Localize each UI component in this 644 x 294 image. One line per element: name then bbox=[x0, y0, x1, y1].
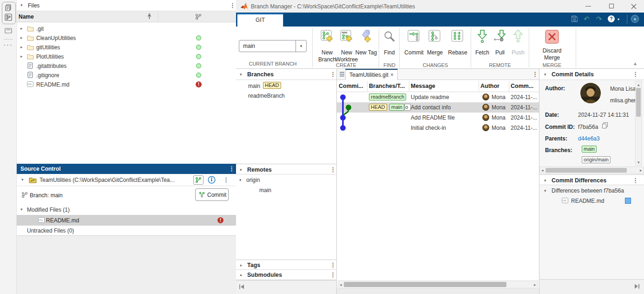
col-author[interactable]: Author bbox=[480, 83, 499, 89]
combo-arrow-button[interactable]: ▾ bbox=[296, 40, 306, 52]
modified-files-group[interactable]: ▾ Modified Files (1) bbox=[17, 205, 236, 215]
tab-list-icon[interactable] bbox=[339, 72, 345, 78]
files-column-header[interactable]: Name bbox=[17, 11, 236, 22]
branch-badge[interactable]: readmeBranch bbox=[369, 94, 406, 100]
col-commit[interactable]: Commi... bbox=[339, 83, 363, 89]
remote-branch-item-main[interactable]: main bbox=[236, 186, 336, 195]
new-tag-button[interactable]: New Tag bbox=[355, 29, 377, 67]
pull-button[interactable]: Pull bbox=[491, 29, 509, 67]
details-hscrollbar[interactable]: ◂ ▸ bbox=[539, 167, 644, 174]
branch-badge[interactable]: main bbox=[582, 146, 597, 153]
untracked-files-group[interactable]: Untracked Files (0) bbox=[17, 226, 236, 236]
current-branch-value[interactable]: main bbox=[243, 43, 255, 49]
close-button[interactable] bbox=[624, 0, 644, 13]
tab-close-icon[interactable]: × bbox=[390, 72, 394, 78]
branches-panel-header[interactable]: ▾ Branches ⋮ bbox=[236, 69, 336, 80]
scroll-down-icon[interactable]: ▾ bbox=[637, 160, 640, 165]
history-menu-icon[interactable]: ⋮ bbox=[532, 71, 538, 77]
branch-badge[interactable]: main bbox=[389, 104, 404, 111]
fetch-button[interactable]: Fetch bbox=[472, 29, 493, 67]
branches-collapse-caret[interactable]: ▾ bbox=[240, 73, 242, 77]
commit-differences-header[interactable]: ▾ Commit Differences ⋮ bbox=[539, 174, 644, 185]
remotes-collapse-caret[interactable]: ▾ bbox=[240, 168, 242, 172]
file-row[interactable]: ▸ CleanUpUtilities bbox=[17, 33, 236, 43]
merge-button[interactable]: Merge bbox=[424, 29, 446, 67]
expand-caret-icon[interactable]: ▸ bbox=[20, 45, 23, 49]
branches-menu-icon[interactable]: ⋮ bbox=[330, 71, 336, 77]
group-collapse-caret[interactable]: ▾ bbox=[20, 207, 23, 212]
modified-file-row[interactable]: README.md ! bbox=[17, 215, 236, 226]
minimize-button[interactable] bbox=[579, 0, 598, 13]
file-row[interactable]: .gitattributes bbox=[17, 61, 236, 71]
repo-collapse-caret[interactable]: ▾ bbox=[21, 178, 24, 182]
files-collapse-caret[interactable]: ▾ bbox=[20, 3, 23, 7]
maximize-button[interactable] bbox=[602, 0, 621, 13]
more-activity-icon[interactable]: • • • bbox=[4, 43, 12, 47]
differences-menu-icon[interactable]: ⋮ bbox=[632, 177, 638, 183]
file-row[interactable]: ▸ PlotUtilities bbox=[17, 52, 236, 61]
history-table-header[interactable]: Commi... Branches/T... Message Author Co… bbox=[337, 80, 539, 92]
source-control-menu-icon[interactable]: ⋮ bbox=[229, 166, 235, 172]
tags-panel-header[interactable]: ▸ Tags ⋮ bbox=[236, 260, 336, 270]
source-control-activity-icon[interactable] bbox=[4, 13, 13, 23]
find-button[interactable]: Find bbox=[380, 29, 399, 67]
files-name-column[interactable]: Name bbox=[19, 13, 34, 20]
details-collapse-caret[interactable]: ▾ bbox=[544, 73, 546, 77]
sort-ascending-icon[interactable] bbox=[147, 13, 152, 21]
file-row[interactable]: ▸ gitUtilities bbox=[17, 43, 236, 52]
parent-commit-link[interactable]: d44e6a3 bbox=[578, 135, 600, 142]
scroll-left-icon[interactable]: ◂ bbox=[340, 283, 342, 287]
scroll-thumb[interactable] bbox=[636, 88, 641, 117]
scroll-right-icon[interactable]: ▸ bbox=[534, 283, 536, 287]
file-row-readme[interactable]: README.md ! bbox=[17, 80, 236, 89]
commit-details-header[interactable]: ▾ Commit Details ⋮ bbox=[539, 69, 644, 80]
remote-badge-clipped[interactable]: o bbox=[404, 104, 411, 111]
help-dropdown-caret-icon[interactable]: ▾ bbox=[618, 17, 619, 21]
head-badge[interactable]: HEAD bbox=[369, 104, 387, 111]
git-status-column-icon[interactable] bbox=[195, 13, 202, 21]
expand-caret-icon[interactable]: ▸ bbox=[20, 36, 23, 40]
submodules-panel-header[interactable]: ▸ Submodules ⋮ bbox=[236, 270, 336, 280]
help-icon[interactable]: ? bbox=[608, 15, 615, 22]
files-menu-icon[interactable]: ⋮ bbox=[230, 2, 236, 8]
skip-to-start-icon[interactable] bbox=[239, 284, 244, 291]
branch-item-readmebranch[interactable]: readmeBranch bbox=[236, 91, 336, 101]
col-message[interactable]: Message bbox=[411, 83, 435, 89]
commit-button[interactable]: Commit bbox=[195, 188, 229, 201]
repo-row[interactable]: ▾ TeamUtilities (C:\WorkSpace\GitConflic… bbox=[17, 174, 236, 186]
copy-icon[interactable] bbox=[602, 122, 609, 130]
details-menu-icon[interactable]: ⋮ bbox=[632, 71, 638, 77]
remote-badge[interactable]: origin/main bbox=[582, 156, 611, 163]
repo-menu-icon[interactable]: ⋮ bbox=[223, 177, 229, 183]
repo-branch-button[interactable] bbox=[193, 175, 204, 185]
remotes-menu-icon[interactable]: ⋮ bbox=[330, 167, 336, 173]
submodules-expand-caret[interactable]: ▸ bbox=[240, 273, 243, 277]
differences-group-row[interactable]: ▾ Differences between f7ba56a bbox=[539, 186, 644, 196]
skip-to-end-icon[interactable] bbox=[634, 284, 640, 290]
window-titlebar[interactable]: Branch Manager - C:\WorkSpace\GitConflic… bbox=[236, 0, 644, 13]
group-collapse-caret[interactable]: ▾ bbox=[544, 189, 546, 193]
expand-caret-icon[interactable]: ▸ bbox=[20, 27, 23, 31]
origin-collapse-caret[interactable]: ▾ bbox=[239, 178, 242, 182]
scroll-thumb[interactable] bbox=[344, 282, 506, 287]
tab-git[interactable]: GIT bbox=[237, 13, 283, 27]
branch-item-main[interactable]: main HEAD bbox=[236, 81, 336, 91]
collapse-ribbon-icon[interactable]: ▴ bbox=[634, 60, 637, 67]
discard-merge-button[interactable]: Discard Merge bbox=[531, 29, 573, 67]
save-icon[interactable] bbox=[571, 15, 578, 24]
redo-icon[interactable]: ↷ bbox=[596, 15, 602, 22]
tab-teamutilities-git[interactable]: TeamUtilities.git × bbox=[345, 69, 398, 80]
file-row[interactable]: .gitignore bbox=[17, 71, 236, 80]
tags-menu-icon[interactable]: ⋮ bbox=[330, 262, 336, 268]
toolstrip-options-icon[interactable]: ▾ bbox=[631, 15, 639, 23]
history-hscrollbar[interactable]: ◂ ▸ bbox=[338, 281, 538, 288]
details-vscrollbar[interactable]: ▴ ▾ bbox=[635, 81, 642, 166]
info-icon[interactable] bbox=[208, 176, 216, 185]
commit-toolbar-button[interactable]: Commit bbox=[401, 29, 427, 67]
rebase-button[interactable]: Rebase bbox=[445, 29, 470, 67]
tags-expand-caret[interactable]: ▸ bbox=[240, 263, 243, 267]
remotes-panel-header[interactable]: ▾ Remotes ⋮ bbox=[236, 164, 336, 174]
remote-item-origin[interactable]: ▾ origin bbox=[236, 175, 336, 185]
workspace-icon[interactable] bbox=[4, 27, 13, 36]
file-row-git[interactable]: ▸ .git bbox=[17, 24, 236, 33]
